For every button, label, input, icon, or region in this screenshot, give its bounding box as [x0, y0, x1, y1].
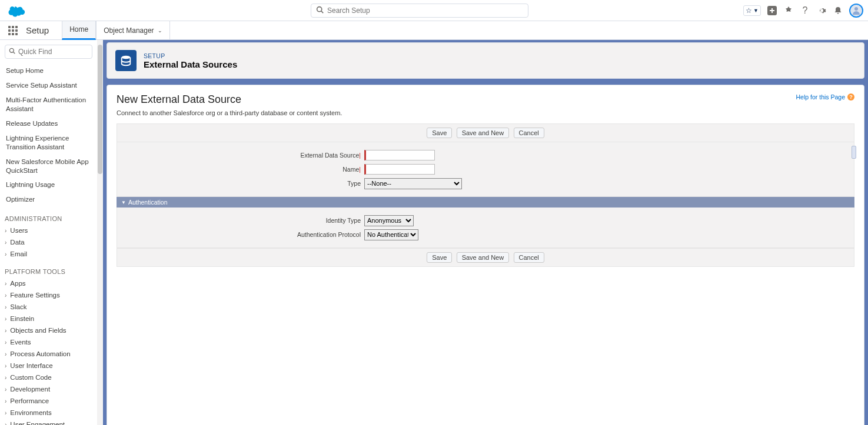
panel-description: Connect to another Salesforce org or a t… [117, 109, 854, 116]
chevron-right-icon: › [5, 239, 6, 246]
section-authentication[interactable]: ▼ Authentication [117, 197, 854, 208]
save-and-new-button[interactable]: Save and New [457, 252, 510, 263]
chevron-right-icon: › [5, 421, 6, 425]
side-link[interactable]: Release Updates [5, 116, 92, 131]
external-data-source-input[interactable] [364, 150, 435, 160]
chevron-right-icon: › [5, 398, 6, 404]
identity-type-select[interactable]: Anonymous [364, 215, 414, 226]
panel-title: New External Data Source [117, 93, 854, 106]
tree-item[interactable]: ›User Engagement [5, 419, 92, 425]
chevron-right-icon: › [5, 327, 6, 334]
cancel-button[interactable]: Cancel [514, 252, 544, 263]
tab-label: Object Manager [104, 26, 154, 35]
chevron-right-icon: › [5, 374, 6, 381]
tree-item[interactable]: ›Users [5, 225, 92, 236]
avatar[interactable] [849, 4, 863, 18]
chevron-right-icon: › [5, 410, 6, 416]
star-icon: ☆ [746, 6, 752, 15]
search-input[interactable] [327, 6, 523, 15]
quick-find[interactable] [5, 45, 92, 59]
side-heading-administration: ADMINISTRATION [5, 215, 92, 222]
tree-item[interactable]: ›Apps [5, 277, 92, 289]
chevron-right-icon: › [5, 280, 6, 287]
chevron-right-icon: › [5, 386, 6, 393]
tree-item[interactable]: ›Feature Settings [5, 289, 92, 301]
svg-line-5 [14, 52, 15, 54]
tree-item[interactable]: ›Custom Code [5, 372, 92, 383]
button-row-bottom: Save Save and New Cancel [117, 248, 854, 267]
tree-item[interactable]: ›Performance [5, 395, 92, 407]
quick-find-input[interactable] [18, 48, 88, 56]
side-link[interactable]: Optimizer [5, 192, 92, 207]
add-icon[interactable] [767, 5, 777, 16]
content: SETUP External Data Sources New External… [103, 40, 868, 425]
chevron-right-icon: › [5, 363, 6, 369]
cancel-button[interactable]: Cancel [514, 128, 544, 138]
svg-line-1 [321, 11, 323, 12]
bell-icon[interactable] [833, 5, 843, 16]
save-button[interactable]: Save [427, 128, 452, 138]
help-icon[interactable]: ? [800, 5, 810, 16]
side-link[interactable]: Lightning Usage [5, 178, 92, 192]
toolbar: Setup Home Object Manager ⌄ [0, 21, 868, 40]
chevron-down-icon: ⌄ [158, 28, 162, 34]
save-button[interactable]: Save [427, 252, 452, 263]
tree-item[interactable]: ›Objects and Fields [5, 324, 92, 336]
tree-item[interactable]: ›Process Automation [5, 348, 92, 360]
tree-item[interactable]: ›Email [5, 248, 92, 260]
sidebar-scrollbar[interactable] [97, 40, 103, 425]
tree-item[interactable]: ›User Interface [5, 360, 92, 372]
chevron-right-icon: › [5, 339, 6, 346]
salesforce-help-icon[interactable] [783, 5, 794, 16]
setup-label: Setup [26, 25, 49, 35]
help-icon: ? [847, 93, 854, 101]
side-link[interactable]: Service Setup Assistant [5, 78, 92, 93]
tab-home[interactable]: Home [62, 21, 96, 40]
tab-object-manager[interactable]: Object Manager ⌄ [96, 21, 169, 40]
search-icon [316, 6, 324, 15]
side-link[interactable]: Setup Home [5, 63, 92, 78]
expand-handle[interactable] [852, 146, 856, 159]
save-and-new-button[interactable]: Save and New [457, 128, 510, 138]
tree-item[interactable]: ›Data [5, 236, 92, 248]
field-label-auth-protocol: Authentication Protocol [117, 231, 364, 238]
auth-form-area: Identity Type Anonymous Authentication P… [117, 208, 854, 248]
svg-point-6 [122, 56, 131, 59]
tree-item[interactable]: ›Environments [5, 407, 92, 419]
side-link[interactable]: New Salesforce Mobile App QuickStart [5, 155, 92, 178]
triangle-down-icon: ▼ [121, 200, 126, 205]
chevron-right-icon: › [5, 292, 6, 299]
tree-item[interactable]: ›Slack [5, 301, 92, 313]
tree-item[interactable]: ›Development [5, 383, 92, 395]
tabs: Home Object Manager ⌄ [62, 21, 169, 40]
chevron-right-icon: › [5, 304, 6, 310]
chevron-down-icon: ▼ [753, 8, 759, 14]
salesforce-logo [5, 2, 28, 19]
side-link[interactable]: Multi-Factor Authentication Assistant [5, 93, 92, 116]
help-link[interactable]: Help for this Page ? [796, 93, 854, 101]
page-eyebrow: SETUP [144, 52, 237, 59]
button-row-top: Save Save and New Cancel [117, 123, 854, 142]
chevron-right-icon: › [5, 351, 6, 357]
type-select[interactable]: --None-- [364, 178, 462, 189]
svg-point-4 [9, 48, 14, 52]
search-icon [9, 48, 15, 56]
side-link[interactable]: Lightning Experience Transition Assistan… [5, 131, 92, 155]
chevron-right-icon: › [5, 251, 6, 257]
name-input[interactable] [364, 164, 435, 175]
auth-protocol-select[interactable]: No Authentication [364, 229, 418, 240]
gear-icon[interactable] [816, 5, 827, 16]
main: Setup Home Service Setup Assistant Multi… [0, 40, 868, 425]
side-heading-platform-tools: PLATFORM TOOLS [5, 268, 92, 275]
app-launcher-icon[interactable] [8, 26, 18, 35]
panel: New External Data Source Help for this P… [107, 85, 864, 425]
global-header: ☆ ▼ ? [0, 0, 868, 21]
favorites-button[interactable]: ☆ ▼ [743, 5, 761, 16]
tree-item[interactable]: ›Einstein [5, 313, 92, 324]
chevron-right-icon: › [5, 316, 6, 322]
search-box[interactable] [311, 4, 528, 18]
field-label-name: Name| [117, 166, 364, 173]
page-title: External Data Sources [144, 59, 237, 69]
page-header: SETUP External Data Sources [107, 42, 864, 79]
tree-item[interactable]: ›Events [5, 336, 92, 348]
